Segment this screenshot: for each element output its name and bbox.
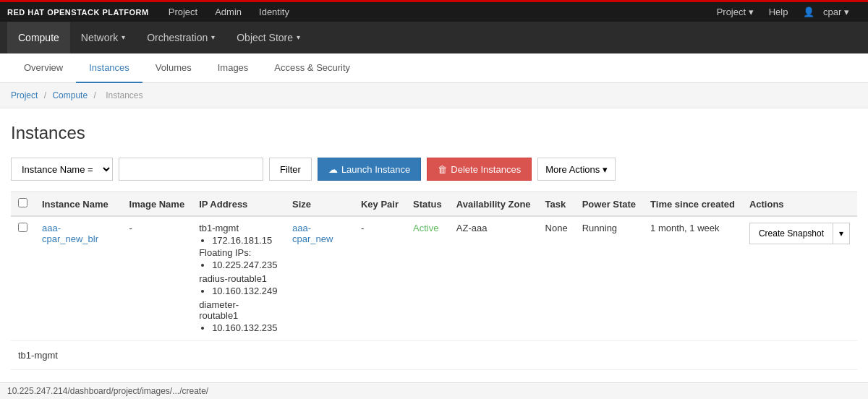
col-size: Size <box>285 192 354 217</box>
row-checkbox-cell <box>11 216 35 341</box>
col-checkbox <box>11 192 35 217</box>
main-content: Instances Instance Name = Filter ☁ Launc… <box>0 108 868 385</box>
breadcrumb-sep2: / <box>93 90 95 100</box>
delete-icon: 🗑 <box>438 164 447 175</box>
row-power-state-cell: Running <box>575 216 643 341</box>
size-link[interactable]: aaa-cpar_new <box>292 223 333 244</box>
tab-volumes[interactable]: Volumes <box>142 53 205 83</box>
row-task-cell: None <box>538 216 575 341</box>
tab-bar: Overview Instances Volumes Images Access… <box>0 53 868 83</box>
top-right-help[interactable]: Help <box>763 7 794 17</box>
row-time-cell: 1 month, 1 week <box>643 216 742 341</box>
network-tb1-mgmt-ips: 172.16.181.15 <box>199 235 278 246</box>
instance-name-link[interactable]: aaa-cpar_new_blr <box>42 223 98 244</box>
ip-172: 172.16.181.15 <box>212 235 278 246</box>
brand-logo: RED HAT OPENSTACK PLATFORM <box>7 8 149 17</box>
tab-images[interactable]: Images <box>205 53 262 83</box>
create-snapshot-dropdown[interactable]: ▾ <box>833 223 850 244</box>
page-title: Instances <box>11 123 857 143</box>
nav-object-store[interactable]: Object Store ▾ <box>226 22 311 53</box>
col-time-since-created: Time since created <box>643 192 742 217</box>
launch-icon: ☁ <box>328 164 338 175</box>
col-availability-zone: Availability Zone <box>449 192 538 217</box>
col-image-name: Image Name <box>122 192 192 217</box>
top-bar-right: Project ▾ Help 👤 cpar ▾ <box>711 7 861 17</box>
row-instance-name-cell: aaa-cpar_new_blr <box>35 216 122 341</box>
network-tb1-mgmt-label: tb1-mgmt <box>199 223 278 233</box>
breadcrumb-compute[interactable]: Compute <box>52 90 88 100</box>
tab-overview[interactable]: Overview <box>11 53 76 83</box>
row-image-name-cell: - <box>122 216 192 341</box>
second-row-cell: tb1-mgmt <box>11 341 857 370</box>
top-nav-project[interactable]: Project <box>160 1 206 23</box>
breadcrumb-project[interactable]: Project <box>11 90 38 100</box>
delete-instances-button[interactable]: 🗑 Delete Instances <box>427 158 532 181</box>
top-right-user[interactable]: 👤 cpar ▾ <box>797 7 861 17</box>
top-bar: RED HAT OPENSTACK PLATFORM Project Admin… <box>0 0 868 22</box>
ip-radius: 10.160.132.249 <box>212 286 278 296</box>
launch-instance-button[interactable]: ☁ Launch Instance <box>318 158 421 181</box>
network-radius-ips: 10.160.132.249 <box>199 286 278 296</box>
network-radius-label: radius-routable1 <box>199 273 278 284</box>
floating-ips-list: 10.225.247.235 <box>199 259 278 270</box>
breadcrumb-instances: Instances <box>106 90 142 100</box>
tab-access-security[interactable]: Access & Security <box>261 53 363 83</box>
floating-ips-label: Floating IPs: <box>199 247 278 258</box>
nav-bar: Compute Network ▾ Orchestration ▾ Object… <box>0 22 868 53</box>
toolbar: Instance Name = Filter ☁ Launch Instance… <box>11 158 857 181</box>
nav-compute[interactable]: Compute <box>7 22 70 53</box>
filter-select[interactable]: Instance Name = <box>11 158 113 181</box>
row-actions-cell: Create Snapshot ▾ <box>742 216 857 341</box>
breadcrumb-sep1: / <box>44 90 46 100</box>
select-all-checkbox[interactable] <box>18 198 27 207</box>
nav-network-arrow: ▾ <box>122 22 125 53</box>
tab-instances[interactable]: Instances <box>76 53 142 83</box>
network-diameter-label: diameter-routable1 <box>199 299 278 321</box>
nav-object-store-arrow: ▾ <box>297 22 300 53</box>
table-row: aaa-cpar_new_blr - tb1-mgmt 172.16.181.1… <box>11 216 857 341</box>
filter-input[interactable] <box>119 158 263 181</box>
breadcrumb: Project / Compute / Instances <box>0 83 868 108</box>
create-snapshot-button[interactable]: Create Snapshot <box>749 223 833 244</box>
row-ip-address-cell: tb1-mgmt 172.16.181.15 Floating IPs: 10.… <box>192 216 285 341</box>
row-status-cell: Active <box>406 216 449 341</box>
row-size-cell: aaa-cpar_new <box>285 216 354 341</box>
more-actions-button[interactable]: More Actions ▾ <box>537 158 616 181</box>
top-right-project[interactable]: Project ▾ <box>711 7 760 17</box>
col-ip-address: IP Address <box>192 192 285 217</box>
nav-orchestration-arrow: ▾ <box>211 22 215 53</box>
more-actions-arrow-icon: ▾ <box>603 164 608 175</box>
col-task: Task <box>538 192 575 217</box>
ip-diameter: 10.160.132.235 <box>212 322 278 333</box>
col-status: Status <box>406 192 449 217</box>
col-instance-name: Instance Name <box>35 192 122 217</box>
top-nav-identity[interactable]: Identity <box>250 1 298 23</box>
second-row-network-label: tb1-mgmt <box>18 347 850 364</box>
filter-button[interactable]: Filter <box>269 158 312 181</box>
action-btn-group: Create Snapshot ▾ <box>749 223 850 244</box>
dropdown-arrow-icon: ▾ <box>839 228 843 239</box>
top-bar-left: RED HAT OPENSTACK PLATFORM Project Admin… <box>7 1 298 23</box>
row-key-pair-cell: - <box>354 216 406 341</box>
instances-table: Instance Name Image Name IP Address Size… <box>11 192 857 370</box>
row-az-cell: AZ-aaa <box>449 216 538 341</box>
table-row-second: tb1-mgmt <box>11 341 857 370</box>
floating-ip-1: 10.225.247.235 <box>212 259 278 270</box>
col-key-pair: Key Pair <box>354 192 406 217</box>
col-power-state: Power State <box>575 192 643 217</box>
status-badge: Active <box>413 223 438 233</box>
nav-network[interactable]: Network ▾ <box>70 22 136 53</box>
status-bar: 10.225.247.214/dashboard/project/images/… <box>0 382 868 385</box>
col-actions: Actions <box>742 192 857 217</box>
top-nav-admin[interactable]: Admin <box>206 1 250 23</box>
network-diameter-ips: 10.160.132.235 <box>199 322 278 333</box>
nav-orchestration[interactable]: Orchestration ▾ <box>136 22 226 53</box>
row-checkbox[interactable] <box>18 223 27 232</box>
